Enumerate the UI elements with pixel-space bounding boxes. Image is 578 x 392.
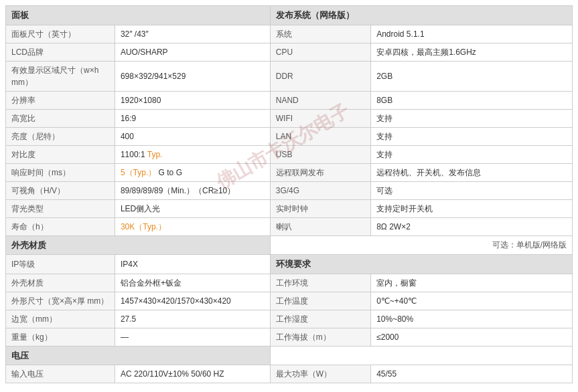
spec-table: 面板 发布系统（网络版） 面板尺寸（英寸） 32″ /43″ 系统 Androi… [5,5,573,383]
value-housing-material: 铝合金外框+钣金 [115,274,270,292]
value-view-angle: 89/89/89/89（Min.）（CR≥10） [115,181,270,199]
value-panel-size: 32″ /43″ [115,25,270,43]
table-row: 响应时间（ms） 5（Typ.） G to G 远程联网发布 远程待机、开关机、… [6,163,573,181]
table-row: 高宽比 16:9 WIFI 支持 [6,109,573,127]
label-usb: USB [270,145,370,163]
table-row: 可视角（H/V） 89/89/89/89（Min.）（CR≥10） 3G/4G … [6,181,573,199]
label-max-power: 最大功率（W） [270,365,370,383]
table-row: 电压 [6,346,573,365]
value-wifi: 支持 [371,109,573,127]
contrast-typ: Typ. [145,150,163,159]
label-work-env: 工作环境 [270,274,370,292]
value-remote: 远程待机、开关机、发布信息 [371,163,573,181]
value-resolution: 1920×1080 [115,91,270,109]
label-speaker: 喇叭 [270,217,370,235]
label-input-voltage: 输入电压 [6,365,115,383]
label-response-time: 响应时间（ms） [6,163,115,181]
value-max-power: 45/55 [371,365,573,383]
label-3g4g: 3G/4G [270,181,370,199]
table-row: 分辨率 1920×1080 NAND 8GB [6,91,573,109]
label-system: 系统 [270,25,370,43]
label-contrast: 对比度 [6,145,115,163]
label-altitude: 工作海拔（m） [270,328,370,346]
label-work-temp: 工作温度 [270,292,370,310]
contrast-value: 1100:1 [121,150,145,159]
value-work-env: 室内，橱窗 [371,274,573,292]
value-usb: 支持 [371,145,573,163]
value-rtc: 支持定时开关机 [371,199,573,217]
optional-note: 可选：单机版/网络版 [270,235,572,255]
response-typ: 5（Typ.） [121,168,156,177]
value-3g4g: 可选 [371,181,573,199]
table-row: 输入电压 AC 220/110V±10% 50/60 HZ 最大功率（W） 45… [6,365,573,383]
value-backlight: LED侧入光 [115,199,270,217]
value-altitude: ≤2000 [371,328,573,346]
label-nand: NAND [270,91,370,109]
label-resolution: 分辨率 [6,91,115,109]
label-cpu: CPU [270,43,370,61]
label-display-size: 有效显示区域尺寸（w×h mm） [6,61,115,91]
value-ddr: 2GB [371,61,573,91]
value-brightness: 400 [115,127,270,145]
value-response-time: 5（Typ.） G to G [115,163,270,181]
response-extra: G to G [156,168,182,177]
value-bezel: 27.5 [115,310,270,328]
value-weight: — [115,328,270,346]
label-dimensions: 外形尺寸（宽×高×厚 mm） [6,292,115,310]
label-brightness: 亮度（尼特） [6,127,115,145]
label-aspect-ratio: 高宽比 [6,109,115,127]
table-row: 重量（kg） — 工作海拔（m） ≤2000 [6,328,573,346]
label-panel-size: 面板尺寸（英寸） [6,25,115,43]
value-contrast: 1100:1 Typ. [115,145,270,163]
environment-header: 环境要求 [270,255,572,274]
table-row: 对比度 1100:1 Typ. USB 支持 [6,145,573,163]
table-row: 外壳材质 铝合金外框+钣金 工作环境 室内，橱窗 [6,274,573,292]
value-work-temp: 0℃~+40℃ [371,292,573,310]
table-row: 背光类型 LED侧入光 实时时钟 支持定时开关机 [6,199,573,217]
label-view-angle: 可视角（H/V） [6,181,115,199]
table-row: 外形尺寸（宽×高×厚 mm） 1457×430×420/1570×430×420… [6,292,573,310]
table-row: 边宽（mm） 27.5 工作湿度 10%~80% [6,310,573,328]
value-speaker: 8Ω 2W×2 [371,217,573,235]
housing-header: 外壳材质 [6,235,271,255]
label-ip: IP等级 [6,255,115,274]
label-rtc: 实时时钟 [270,199,370,217]
label-work-humidity: 工作湿度 [270,310,370,328]
value-lcd-brand: AUO/SHARP [115,43,270,61]
panel-header: 面板 [6,6,271,25]
table-row: 外壳材质 可选：单机版/网络版 [6,235,573,255]
value-work-humidity: 10%~80% [371,310,573,328]
value-lan: 支持 [371,127,573,145]
value-cpu: 安卓四核，最高主频1.6GHz [371,43,573,61]
lifetime-typ: 30K（Typ.） [121,222,166,231]
release-header: 发布系统（网络版） [270,6,572,25]
table-row: IP等级 IP4X 环境要求 [6,255,573,274]
value-nand: 8GB [371,91,573,109]
label-bezel: 边宽（mm） [6,310,115,328]
value-aspect-ratio: 16:9 [115,109,270,127]
label-backlight: 背光类型 [6,199,115,217]
value-display-size: 698×392/941×529 [115,61,270,91]
view-angle-extra: （CR≥10） [194,186,235,195]
label-remote: 远程联网发布 [270,163,370,181]
value-input-voltage: AC 220/110V±10% 50/60 HZ [115,365,270,383]
label-weight: 重量（kg） [6,328,115,346]
table-row: 面板尺寸（英寸） 32″ /43″ 系统 Android 5.1.1 [6,25,573,43]
label-lcd-brand: LCD品牌 [6,43,115,61]
label-lan: LAN [270,127,370,145]
table-row: 寿命（h） 30K（Typ.） 喇叭 8Ω 2W×2 [6,217,573,235]
value-dimensions: 1457×430×420/1570×430×420 [115,292,270,310]
label-housing-material: 外壳材质 [6,274,115,292]
value-ip: IP4X [115,255,270,274]
label-ddr: DDR [270,61,370,91]
label-lifetime: 寿命（h） [6,217,115,235]
value-lifetime: 30K（Typ.） [115,217,270,235]
table-row: 亮度（尼特） 400 LAN 支持 [6,127,573,145]
voltage-header: 电压 [6,346,271,365]
table-row: LCD品牌 AUO/SHARP CPU 安卓四核，最高主频1.6GHz [6,43,573,61]
table-row: 有效显示区域尺寸（w×h mm） 698×392/941×529 DDR 2GB [6,61,573,91]
value-system: Android 5.1.1 [371,25,573,43]
view-angle-val: 89/89/89/89（Min.） [121,186,194,195]
label-wifi: WIFI [270,109,370,127]
